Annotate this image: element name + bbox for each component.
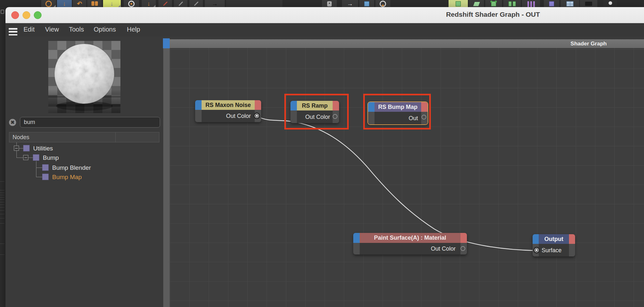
menu-tools[interactable]: Tools xyxy=(69,26,84,33)
port-label: Out Color xyxy=(226,113,251,120)
menu-edit[interactable]: Edit xyxy=(24,26,34,33)
wire-noise-to-output xyxy=(257,116,537,251)
input-corner-icon xyxy=(353,233,360,243)
plane-icon[interactable] xyxy=(469,0,484,7)
utilities-folder-icon xyxy=(23,145,30,151)
window-titlebar[interactable]: Redshift Shader Graph - OUT xyxy=(5,7,644,23)
out-color-port[interactable] xyxy=(253,112,260,119)
bump-map-icon xyxy=(42,174,49,180)
zoom-button[interactable] xyxy=(34,11,42,19)
graph-header-title: Shader Graph xyxy=(571,41,607,47)
points-mode-icon[interactable] xyxy=(485,0,502,7)
copy-icon[interactable] xyxy=(87,0,102,7)
highlight-box-rs-bump-map xyxy=(363,94,431,130)
gray-pen-icon[interactable] xyxy=(174,0,187,7)
port-label: Out Color xyxy=(431,245,456,252)
tree-item-bump-blender[interactable]: Bump Blender xyxy=(52,164,91,171)
light-bulb-icon[interactable] xyxy=(603,0,617,7)
model-mode-icon[interactable] xyxy=(449,0,468,7)
output-corner-icon xyxy=(460,233,467,243)
search-input[interactable] xyxy=(20,117,160,128)
move-down-icon[interactable]: ↓ xyxy=(57,0,72,7)
record-ring-icon[interactable] xyxy=(124,0,139,7)
highlight-box-rs-ramp xyxy=(284,94,349,130)
graph-gutter[interactable] xyxy=(163,38,170,307)
graph-tab-handle[interactable] xyxy=(163,38,170,48)
toolbar-gap xyxy=(226,0,282,7)
camera-icon[interactable] xyxy=(580,0,597,7)
menu-view[interactable]: View xyxy=(45,26,59,33)
window-title: Redshift Shader Graph - OUT xyxy=(446,11,540,18)
polygons-mode-icon[interactable] xyxy=(503,0,521,7)
tree-item-bump[interactable]: Bump xyxy=(43,154,59,161)
menu-bar: Edit View Tools Options Help xyxy=(5,23,644,36)
input-corner-icon xyxy=(533,234,539,244)
input-corner-icon xyxy=(195,100,202,110)
bump-blender-icon xyxy=(42,164,49,171)
nodes-panel-header: Nodes xyxy=(9,132,159,142)
connection-wires xyxy=(170,48,644,307)
minimize-button[interactable] xyxy=(23,11,30,19)
app-toolbar: ↓ ↶ ↓ ↓ → → xyxy=(0,0,644,7)
node-title: Paint Surface(A) : Material xyxy=(360,233,460,243)
branch-arrow-icon[interactable]: → xyxy=(205,0,225,7)
red-pen-icon[interactable] xyxy=(158,0,172,7)
surface-port[interactable] xyxy=(533,247,540,254)
output-corner-icon xyxy=(255,100,261,110)
window-fragment-icon xyxy=(1,10,4,14)
undo-icon[interactable]: ↶ xyxy=(73,0,86,7)
out-color-port[interactable] xyxy=(460,246,465,251)
grid-plane-icon[interactable] xyxy=(561,0,579,7)
tag-icon[interactable] xyxy=(322,0,337,7)
clear-search-icon[interactable]: ✖ xyxy=(9,119,16,126)
nodes-header-label: Nodes xyxy=(9,132,116,142)
selection-ring-icon[interactable] xyxy=(375,0,390,7)
close-button[interactable] xyxy=(11,11,19,19)
blue-cube-icon[interactable] xyxy=(359,0,374,7)
menu-options[interactable]: Options xyxy=(94,26,116,33)
nodes-header-cell2 xyxy=(116,132,159,142)
utilities-collapse-icon[interactable] xyxy=(14,146,19,151)
graph-header-bar[interactable]: Shader Graph xyxy=(170,39,644,48)
hamburger-icon[interactable] xyxy=(9,28,17,35)
axis-cube-icon[interactable] xyxy=(544,0,559,7)
node-paint-surface-material[interactable]: Paint Surface(A) : Material Out Color xyxy=(353,233,467,254)
bump-folder-icon xyxy=(33,154,39,161)
down-arrow-icon[interactable]: ↓ xyxy=(142,0,156,7)
rotate-tool-icon[interactable] xyxy=(41,0,56,7)
port-label: Surface xyxy=(542,247,562,254)
download-icon[interactable]: ↓ xyxy=(103,0,121,7)
bump-collapse-icon[interactable] xyxy=(23,155,28,160)
tree-item-bump-map[interactable]: Bump Map xyxy=(52,174,82,181)
node-title: RS Maxon Noise xyxy=(202,100,255,110)
jump-arrow-icon[interactable]: → xyxy=(342,0,358,7)
node-rs-maxon-noise[interactable]: RS Maxon Noise Out Color xyxy=(195,100,261,122)
columns-icon[interactable] xyxy=(522,0,540,7)
graph-canvas[interactable]: RS Maxon Noise Out Color RS Ramp Out Col… xyxy=(170,48,644,307)
menu-help[interactable]: Help xyxy=(127,26,140,33)
tree-item-utilities[interactable]: Utilities xyxy=(33,145,53,152)
node-output[interactable]: Output Surface xyxy=(533,234,575,256)
gray-pen2-icon[interactable] xyxy=(189,0,203,7)
material-preview xyxy=(48,41,120,113)
node-title: Output xyxy=(539,234,569,244)
app-edge-strip xyxy=(0,7,5,307)
shader-graph-window: Redshift Shader Graph - OUT Edit View To… xyxy=(5,7,644,307)
output-corner-icon xyxy=(569,234,575,244)
